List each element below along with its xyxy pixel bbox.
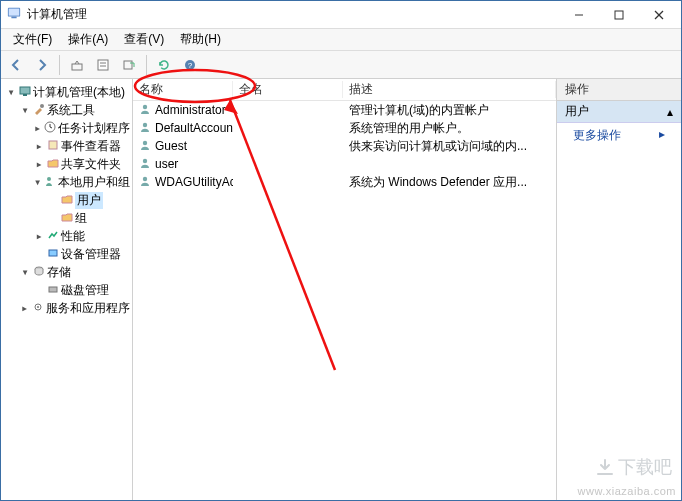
actions-header: 操作 <box>557 79 681 101</box>
svg-point-29 <box>143 140 147 144</box>
menu-action[interactable]: 操作(A) <box>60 29 116 50</box>
toolbar-separator-2 <box>146 55 147 75</box>
folder-icon <box>47 157 59 172</box>
label: 磁盘管理 <box>61 282 109 299</box>
forward-button[interactable] <box>31 54 53 76</box>
user-name: Guest <box>155 139 187 153</box>
tree-pane[interactable]: ▾ 计算机管理(本地) ▾ 系统工具 ▸任务计划程序 <box>1 79 133 500</box>
export-button[interactable] <box>118 54 140 76</box>
folder-icon <box>61 211 73 226</box>
expander-icon[interactable]: ▸ <box>19 301 30 315</box>
device-icon <box>47 247 59 262</box>
label: 共享文件夹 <box>61 156 121 173</box>
computer-icon <box>19 85 31 100</box>
tree-device-manager[interactable]: 设备管理器 <box>33 245 130 263</box>
svg-point-16 <box>40 104 44 108</box>
menu-view[interactable]: 查看(V) <box>116 29 172 50</box>
expander-icon[interactable]: ▾ <box>5 85 17 99</box>
list-row[interactable]: DefaultAccount系统管理的用户帐户。 <box>133 119 556 137</box>
tree-performance[interactable]: ▸性能 <box>33 227 130 245</box>
close-button[interactable] <box>639 3 679 27</box>
svg-rect-1 <box>9 9 20 16</box>
actions-more-label: 更多操作 <box>573 128 621 142</box>
menu-file[interactable]: 文件(F) <box>5 29 60 50</box>
body: ▾ 计算机管理(本地) ▾ 系统工具 ▸任务计划程序 <box>1 79 681 500</box>
storage-icon <box>33 265 45 280</box>
user-desc: 系统管理的用户帐户。 <box>343 120 556 137</box>
user-icon <box>139 175 151 190</box>
app-icon <box>7 6 21 23</box>
expander-icon[interactable]: ▸ <box>33 157 45 171</box>
watermark: www.xiazaiba.com <box>578 485 676 497</box>
label: 系统工具 <box>47 102 95 119</box>
tools-icon <box>33 103 45 118</box>
tree-storage[interactable]: ▾存储 <box>19 263 130 281</box>
label: 设备管理器 <box>61 246 121 263</box>
tree-services-apps[interactable]: ▸服务和应用程序 <box>19 299 130 317</box>
actions-more[interactable]: 更多操作 ▸ <box>557 123 681 148</box>
gear-icon <box>32 301 44 316</box>
refresh-button[interactable] <box>153 54 175 76</box>
back-button[interactable] <box>5 54 27 76</box>
disk-icon <box>47 283 59 298</box>
up-button[interactable] <box>66 54 88 76</box>
user-desc: 系统为 Windows Defender 应用... <box>343 174 556 191</box>
col-header-desc[interactable]: 描述 <box>343 81 556 98</box>
tree-sys-tools[interactable]: ▾ 系统工具 <box>19 101 130 119</box>
expander-icon[interactable]: ▸ <box>33 121 42 135</box>
svg-rect-2 <box>11 17 16 19</box>
svg-point-27 <box>143 104 147 108</box>
col-header-name[interactable]: 名称 <box>133 81 233 98</box>
minimize-button[interactable] <box>559 3 599 27</box>
actions-group-header[interactable]: 用户 ▴ <box>557 101 681 123</box>
tree-shared-folders[interactable]: ▸共享文件夹 <box>33 155 130 173</box>
list-row[interactable]: user <box>133 155 556 173</box>
svg-rect-22 <box>49 250 57 256</box>
list-body[interactable]: Administrator管理计算机(域)的内置帐户DefaultAccount… <box>133 101 556 500</box>
expander-icon[interactable]: ▸ <box>33 139 45 153</box>
expander-icon[interactable]: ▾ <box>19 265 31 279</box>
expander-icon[interactable]: ▸ <box>33 229 45 243</box>
expander-icon[interactable]: ▾ <box>19 103 31 117</box>
svg-rect-8 <box>98 60 108 70</box>
tree-root-label: 计算机管理(本地) <box>33 84 125 101</box>
tree-root[interactable]: ▾ 计算机管理(本地) <box>5 83 130 101</box>
help-button[interactable]: ? <box>179 54 201 76</box>
list-row[interactable]: Guest供来宾访问计算机或访问域的内... <box>133 137 556 155</box>
user-icon <box>139 103 151 118</box>
tree-local-users-groups[interactable]: ▾本地用户和组 <box>33 173 130 191</box>
menu-help[interactable]: 帮助(H) <box>172 29 229 50</box>
user-desc: 管理计算机(域)的内置帐户 <box>343 102 556 119</box>
list-row[interactable]: Administrator管理计算机(域)的内置帐户 <box>133 101 556 119</box>
expander-icon[interactable]: ▾ <box>33 175 42 189</box>
menubar: 文件(F) 操作(A) 查看(V) 帮助(H) <box>1 29 681 51</box>
window-title: 计算机管理 <box>27 6 559 23</box>
tree-users[interactable]: 用户 <box>47 191 130 209</box>
list-row[interactable]: WDAGUtilityAccount系统为 Windows Defender 应… <box>133 173 556 191</box>
label: 用户 <box>75 192 103 209</box>
list-header: 名称 全名 描述 <box>133 79 556 101</box>
label: 性能 <box>61 228 85 245</box>
toolbar-separator <box>59 55 60 75</box>
user-icon <box>139 157 151 172</box>
maximize-button[interactable] <box>599 3 639 27</box>
svg-point-21 <box>47 177 51 181</box>
tree-disk-management[interactable]: 磁盘管理 <box>33 281 130 299</box>
window-buttons <box>559 3 679 27</box>
download-logo-text: 下载吧 <box>618 455 672 479</box>
properties-button[interactable] <box>92 54 114 76</box>
folder-icon <box>61 193 73 208</box>
tree-groups[interactable]: 组 <box>47 209 130 227</box>
clock-icon <box>44 121 56 136</box>
svg-point-26 <box>37 306 39 308</box>
user-name: WDAGUtilityAccount <box>155 175 233 189</box>
svg-rect-24 <box>49 287 57 292</box>
titlebar: 计算机管理 <box>1 1 681 29</box>
toolbar: ? <box>1 51 681 79</box>
tree-event-viewer[interactable]: ▸事件查看器 <box>33 137 130 155</box>
svg-point-30 <box>143 158 147 162</box>
col-header-fullname[interactable]: 全名 <box>233 81 343 98</box>
book-icon <box>47 139 59 154</box>
label: 本地用户和组 <box>58 174 130 191</box>
tree-task-scheduler[interactable]: ▸任务计划程序 <box>33 119 130 137</box>
